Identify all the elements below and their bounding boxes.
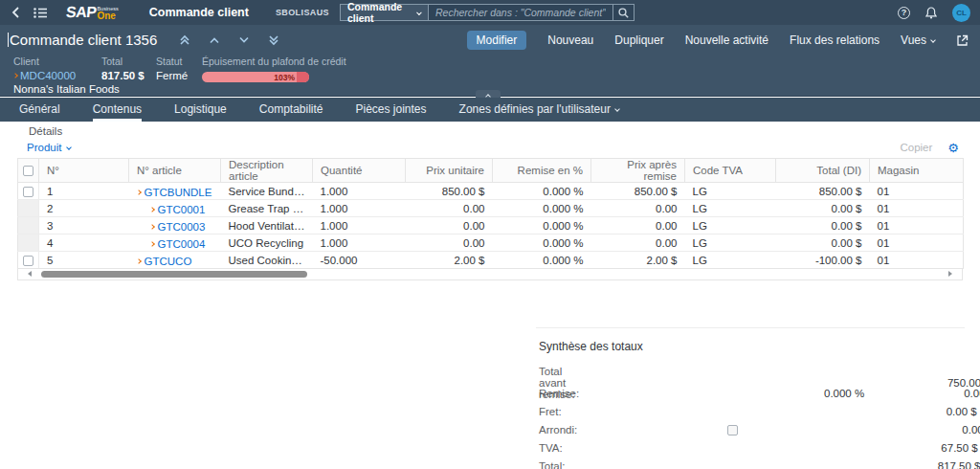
object-page-header: Commande client 1356 ModifierNouveauDupl… [0,25,980,97]
rounding-checkbox[interactable] [727,425,738,436]
horizontal-scrollbar[interactable] [17,269,963,280]
column-header-magasin[interactable]: Magasin [870,159,964,183]
article-link[interactable]: GTC0004 [150,238,206,250]
chevron-down-icon [930,37,936,43]
row-select-cell[interactable] [18,252,39,269]
column-header-prix-apres-remise[interactable]: Prix après remise [591,159,685,183]
table-settings-gear-icon[interactable]: ⚙ [947,142,959,154]
avatar[interactable]: CL [952,4,970,22]
search-icon[interactable] [612,5,634,20]
items-table-card: Produit Copier ⚙ N°N° articleDescription… [17,137,963,280]
column-header-n[interactable]: N° [39,159,129,183]
tab-logistique[interactable]: Logistique [174,98,227,122]
article-code: GTC0003 [158,221,206,233]
cell-article: GTC0001 [129,200,221,217]
action-button-dupliquer[interactable]: Dupliquer [614,34,663,47]
action-button-nouveau[interactable]: Nouveau [547,34,593,47]
column-header-remise-en[interactable]: Remise en % [493,159,591,183]
row-checkbox[interactable] [23,187,33,197]
action-label: Nouveau [547,34,593,47]
menu-icon[interactable] [33,8,47,18]
tab-comptabilite[interactable]: Comptabilité [259,98,323,122]
next-record-icon[interactable] [237,34,251,47]
table-toolbar: Produit Copier ⚙ [17,137,963,158]
chevron-right-icon [149,224,155,230]
credit-progress-overflow [297,72,309,82]
article-link[interactable]: GTC0001 [150,204,206,215]
column-header-total-di[interactable]: Total (DI) [776,159,870,183]
tab-label: Zones définies par l'utilisateur [459,102,611,116]
totals-value: 817.50 $ [851,460,980,469]
totals-label: Arrondi: [539,424,577,436]
cell-price-after-discount: 0.00 [591,217,685,234]
row-checkbox[interactable] [23,256,33,266]
search-scope-select[interactable]: Commande client [340,4,428,21]
column-header-quantite[interactable]: Quantité [313,159,406,183]
cell-discount: 0.000 % [493,200,591,217]
search-box [428,4,635,21]
shellbar-user-name: SBOLISAUS [276,8,329,17]
column-header-prix-unitaire[interactable]: Prix unitaire [406,159,493,183]
product-type-select[interactable]: Produit [27,142,71,153]
tab-label: Logistique [174,102,227,116]
action-label: Flux des relations [790,34,880,47]
tab-zones-definies-par-l-utilisateur[interactable]: Zones définies par l'utilisateur [459,98,619,122]
cell-article: GTCBUNDLE [129,183,221,200]
cell-quantity: 1.000 [313,200,406,217]
help-icon[interactable]: ? [898,7,910,19]
credit-progress-value: 103% [274,72,295,82]
action-label: Modifier [477,34,518,47]
cell-tax-code: LG [685,252,776,269]
chevron-down-icon [417,10,422,14]
column-header-description-article[interactable]: Description article [221,159,313,183]
totals-mid-value: 0.000 % [579,388,864,399]
article-link[interactable]: GTCBUNDLE [137,187,212,198]
row-select-cell [18,200,39,217]
totals-value: 67.50 $ [848,442,980,454]
action-button-flux-des-relations[interactable]: Flux des relations [790,34,880,47]
search-input[interactable] [429,7,612,18]
action-button-modifier[interactable]: Modifier [467,31,527,50]
totals-mid-value[interactable] [577,423,862,435]
action-button-vues[interactable]: Vues [901,34,935,47]
article-link[interactable]: GTC0003 [150,221,206,233]
last-record-icon[interactable] [267,34,280,47]
status-value: Fermé [156,70,188,81]
article-code: GTCUCO [145,256,192,267]
scroll-right-icon[interactable] [948,271,952,277]
status-label: Statut [156,56,188,67]
column-header-n-article[interactable]: N° article [129,159,221,183]
totals-row-total-avant-remise: Total avant remise:750.00 $ [539,366,965,384]
total-label: Total [101,56,145,67]
row-select-cell[interactable] [18,183,39,200]
shellbar: SAP Business One Commande client SBOLISA… [0,0,980,25]
chevron-right-icon [149,241,155,247]
cell-price-after-discount: 850.00 $ [591,183,685,200]
tab-pieces-jointes[interactable]: Pièces jointes [356,98,427,122]
column-header-code-tva[interactable]: Code TVA [685,159,776,183]
copy-button[interactable]: Copier [900,142,932,153]
action-button-nouvelle-activite[interactable]: Nouvelle activité [685,34,768,47]
previous-record-icon[interactable] [208,34,221,47]
cell-unit-price: 0.00 [406,217,493,234]
total-value: 817.50 $ [101,70,145,81]
scroll-left-icon[interactable] [28,271,32,277]
cell-unit-price: 2.00 $ [406,252,493,269]
article-link[interactable]: GTCUCO [137,256,192,267]
kpi-total: Total 817.50 $ [101,56,145,81]
chevron-right-icon [136,190,142,195]
cell-tax-code: LG [685,234,776,252]
tab-general[interactable]: Général [19,98,60,122]
totals-row-total: Total:817.50 $ [539,457,965,469]
bell-icon[interactable] [925,7,937,19]
back-icon[interactable] [11,7,20,18]
tab-label: Comptabilité [259,102,323,116]
tab-contenus[interactable]: Contenus [93,98,142,122]
first-record-icon[interactable] [178,34,191,47]
cell-unit-price: 850.00 $ [406,183,493,200]
shellbar-app-title: Commande client [149,6,249,19]
share-icon[interactable] [956,34,969,47]
select-all-checkbox[interactable] [23,166,33,176]
cell-quantity: 1.000 [313,217,406,234]
scrollbar-thumb[interactable] [41,271,307,278]
